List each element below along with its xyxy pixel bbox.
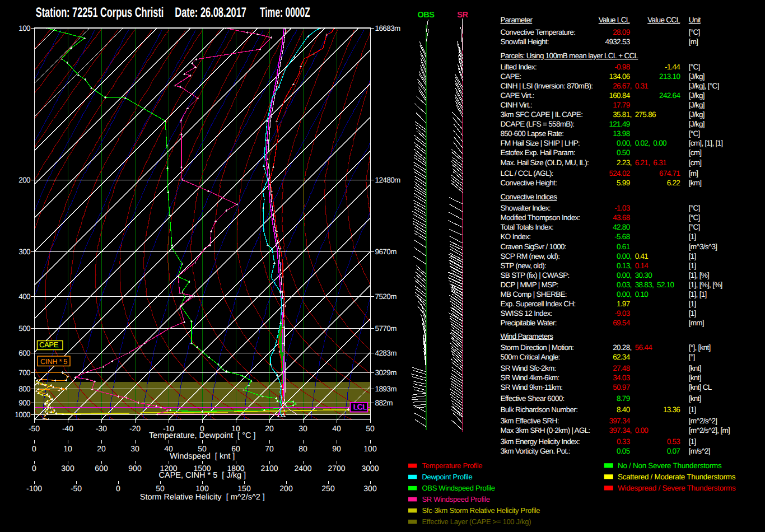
- svg-text:SCP RM (new, old):: SCP RM (new, old):: [501, 252, 560, 260]
- svg-text:242.64: 242.64: [659, 91, 680, 100]
- svg-text:3km Effective SRH:: 3km Effective SRH:: [501, 417, 559, 425]
- svg-text:882m: 882m: [375, 399, 393, 407]
- svg-text:No / Non Severe Thunderstorms: No / Non Severe Thunderstorms: [618, 461, 722, 470]
- svg-text:CINH Virt.:: CINH Virt.:: [501, 101, 533, 109]
- svg-text:SR Wind 4km-6km:: SR Wind 4km-6km:: [501, 374, 559, 382]
- svg-text:Total Totals Index:: Total Totals Index:: [501, 223, 554, 231]
- svg-text:Station: 72251 Corpus Christi: Station: 72251 Corpus Christi: [36, 5, 164, 20]
- svg-text:Craven SigSvr / 1000:: Craven SigSvr / 1000:: [501, 242, 566, 251]
- svg-text:DCP | MMP | MSP:: DCP | MMP | MSP:: [501, 281, 558, 289]
- svg-text:42.80: 42.80: [613, 223, 629, 231]
- svg-text:0.13: 0.13: [617, 262, 630, 270]
- svg-text:69.54: 69.54: [613, 319, 630, 327]
- svg-text:-100: -100: [26, 484, 42, 493]
- svg-text:0.00: 0.00: [617, 139, 630, 147]
- svg-text:[knt]: [knt]: [689, 364, 701, 372]
- svg-text:OBS Windspeed Profile: OBS Windspeed Profile: [422, 484, 495, 492]
- svg-text:[°]: [°]: [689, 353, 695, 361]
- svg-text:0.00: 0.00: [617, 290, 630, 298]
- svg-text:[cm], [1], [1]: [cm], [1], [1]: [689, 139, 723, 147]
- svg-text:[knt]: [knt]: [689, 374, 701, 382]
- svg-text:100: 100: [363, 444, 377, 453]
- svg-text:LCL: LCL: [353, 403, 367, 411]
- svg-text:0.50: 0.50: [617, 148, 630, 157]
- svg-text:70: 70: [265, 444, 274, 453]
- svg-text:DCAPE (LFS = 558mB):: DCAPE (LFS = 558mB):: [501, 120, 575, 128]
- svg-text:, 0.00: , 0.00: [630, 426, 649, 435]
- svg-text:Sfc-3km Storm Relative Helicit: Sfc-3km Storm Relative Helicity Profile: [422, 506, 540, 515]
- svg-text:30: 30: [298, 424, 307, 433]
- svg-text:[m/s^2]: [m/s^2]: [689, 447, 710, 455]
- svg-text:[J/kg], [°C]: [J/kg], [°C]: [689, 82, 719, 90]
- svg-text:0.53: 0.53: [667, 437, 680, 446]
- svg-text:FM Hail Size | SHIP | LHP:: FM Hail Size | SHIP | LHP:: [501, 139, 580, 147]
- svg-text:[m^3/s^3]: [m^3/s^3]: [689, 242, 717, 251]
- svg-text:-50: -50: [71, 484, 82, 493]
- svg-text:[km]: [km]: [689, 179, 702, 187]
- svg-text:13.36: 13.36: [663, 405, 680, 414]
- svg-text:0: 0: [32, 464, 36, 473]
- svg-text:90: 90: [332, 444, 341, 453]
- svg-text:2700: 2700: [328, 464, 345, 473]
- svg-text:3km Energy Helicity Index:: 3km Energy Helicity Index:: [501, 437, 580, 446]
- svg-text:12480m: 12480m: [375, 176, 401, 184]
- svg-text:8.40: 8.40: [617, 405, 630, 414]
- svg-text:0.00: 0.00: [617, 271, 630, 279]
- svg-text:0.00: 0.00: [617, 252, 630, 260]
- svg-text:[1]: [1]: [689, 405, 696, 414]
- svg-text:SB STP (fix) | CWASP:: SB STP (fix) | CWASP:: [501, 271, 570, 279]
- svg-text:[°C]: [°C]: [689, 204, 700, 212]
- svg-text:[1]: [1]: [689, 262, 696, 270]
- svg-text:13.98: 13.98: [613, 129, 629, 138]
- svg-text:Max. Hail Size (OLD, MU, IL):: Max. Hail Size (OLD, MU, IL):: [501, 158, 589, 167]
- svg-text:Value LCL: Value LCL: [599, 16, 631, 24]
- svg-text:[1]: [1]: [689, 232, 696, 241]
- svg-text:30: 30: [130, 444, 139, 453]
- svg-text:134.06: 134.06: [609, 72, 629, 81]
- svg-text:[°], [knt]: [°], [knt]: [689, 343, 711, 352]
- svg-text:300: 300: [18, 248, 30, 256]
- svg-text:50: 50: [156, 484, 165, 493]
- svg-text:Dewpoint Profile: Dewpoint Profile: [422, 473, 473, 481]
- svg-text:Date: 26.08.2017: Date: 26.08.2017: [175, 5, 246, 20]
- svg-text:500m Critical Angle:: 500m Critical Angle:: [501, 353, 560, 361]
- svg-text:[1]: [1]: [689, 309, 696, 318]
- svg-text:250: 250: [321, 484, 335, 493]
- svg-text:, 275.86: , 275.86: [630, 110, 656, 119]
- svg-text:, 0.10: , 0.10: [630, 290, 649, 298]
- svg-text:-5.68: -5.68: [614, 232, 629, 241]
- svg-text:2.23: 2.23: [617, 158, 630, 167]
- svg-text:, 0.14: , 0.14: [630, 262, 649, 270]
- svg-text:35.81: 35.81: [613, 110, 629, 119]
- svg-text:Widespread / Severe Thundersto: Widespread / Severe Thunderstorms: [618, 484, 736, 492]
- svg-text:1893m: 1893m: [375, 385, 397, 393]
- svg-text:Time: 0000Z: Time: 0000Z: [260, 5, 310, 20]
- svg-text:[°C]: [°C]: [689, 129, 700, 138]
- svg-text:600: 600: [95, 464, 108, 473]
- svg-text:43.68: 43.68: [613, 213, 629, 222]
- svg-text:[knt]: [knt]: [689, 394, 701, 403]
- svg-text:OBS: OBS: [417, 11, 435, 20]
- svg-text:Estofex Exp. Hail Param:: Estofex Exp. Hail Param:: [501, 148, 575, 157]
- svg-text:4283m: 4283m: [375, 349, 397, 357]
- svg-text:CINH | LSI (Inversion: 870mB):: CINH | LSI (Inversion: 870mB):: [501, 82, 593, 90]
- svg-text:Windspeed [ knt ]: Windspeed [ knt ]: [170, 452, 235, 461]
- svg-text:2100: 2100: [260, 464, 278, 473]
- svg-text:[m]: [m]: [689, 38, 698, 46]
- svg-text:[mm]: [mm]: [689, 319, 704, 327]
- svg-text:8.79: 8.79: [617, 394, 630, 403]
- svg-text:0.33: 0.33: [617, 437, 630, 446]
- svg-text:CAPE Virt.:: CAPE Virt.:: [501, 91, 534, 100]
- svg-text:[m^2/s^2]: [m^2/s^2]: [689, 417, 717, 425]
- svg-text:Bulk Richardson Number:: Bulk Richardson Number:: [501, 405, 578, 414]
- svg-text:674.71: 674.71: [659, 169, 680, 178]
- svg-text:0.61: 0.61: [617, 242, 630, 251]
- svg-text:27.48: 27.48: [613, 364, 629, 372]
- svg-text:3km SFC CAPE | IL CAPE:: 3km SFC CAPE | IL CAPE:: [501, 110, 583, 119]
- svg-text:[1], [%], [%]: [1], [%], [%]: [689, 281, 722, 289]
- svg-text:3029m: 3029m: [375, 368, 397, 377]
- svg-text:SR Windspeed Profile: SR Windspeed Profile: [422, 495, 490, 503]
- svg-text:100: 100: [18, 24, 30, 32]
- svg-text:3km Vorticity Gen. Pot.:: 3km Vorticity Gen. Pot.:: [501, 447, 570, 455]
- svg-text:Max 3km SRH (0-2km) | AGL:: Max 3km SRH (0-2km) | AGL:: [501, 426, 590, 435]
